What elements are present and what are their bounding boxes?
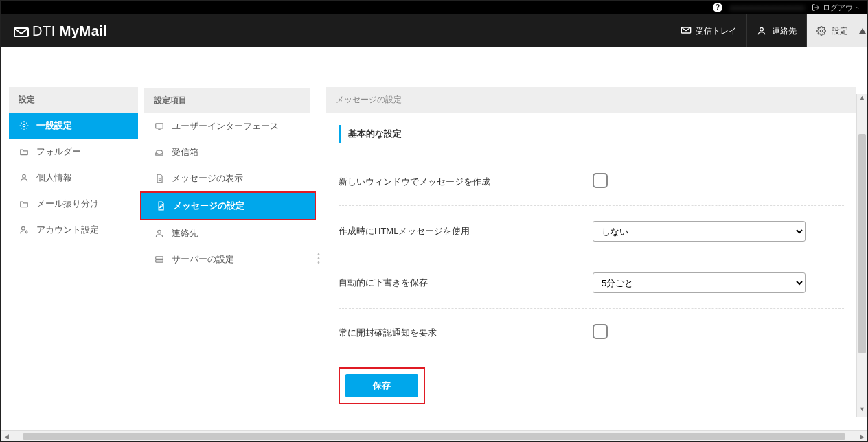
person-gear-icon bbox=[19, 224, 30, 235]
server-icon bbox=[154, 254, 165, 265]
svg-point-14 bbox=[158, 230, 161, 233]
sidebar-item-account[interactable]: アカウント設定 bbox=[9, 217, 138, 243]
help-icon[interactable]: ? bbox=[713, 3, 722, 12]
person-icon bbox=[19, 172, 30, 183]
contacts-icon bbox=[154, 228, 165, 239]
row-label: 自動的に下書きを保存 bbox=[339, 277, 593, 289]
settings-panel: メッセージの設定 基本的な設定 新しいウィンドウでメッセージを作成 作成時にHT… bbox=[326, 87, 856, 430]
horizontal-scrollbar[interactable]: ◀ ▶ bbox=[1, 430, 867, 441]
scroll-right-arrow[interactable]: ▶ bbox=[856, 433, 867, 440]
sidebar-item-filters[interactable]: メール振り分け bbox=[9, 191, 138, 217]
svg-point-7 bbox=[23, 174, 26, 178]
section-item-label: メッセージの表示 bbox=[172, 172, 243, 185]
sidebar-item-label: 個人情報 bbox=[36, 172, 72, 184]
row-label: 作成時にHTMLメッセージを使用 bbox=[339, 225, 593, 237]
inbox-icon bbox=[154, 147, 165, 158]
monitor-icon bbox=[154, 121, 165, 132]
section-title: 基本的な設定 bbox=[339, 125, 844, 143]
logout-label: ログアウト bbox=[823, 3, 860, 13]
utility-bar: ? xxxxxxxxxxxxxxxxxxxx ログアウト bbox=[1, 1, 867, 14]
col1-header: 設定 bbox=[9, 87, 138, 113]
envelope-icon bbox=[13, 25, 28, 36]
user-email-blurred: xxxxxxxxxxxxxxxxxxxx bbox=[729, 3, 805, 12]
scroll-down-arrow[interactable]: ▼ bbox=[857, 406, 867, 417]
svg-point-6 bbox=[23, 124, 25, 127]
row-label: 常に開封確認通知を要求 bbox=[339, 327, 593, 339]
col2-header: 設定項目 bbox=[144, 88, 310, 113]
nav-contacts[interactable]: 連絡先 bbox=[747, 14, 806, 47]
checkbox-read-receipt[interactable] bbox=[593, 324, 608, 339]
settings-groups-column: 設定 一般設定 フォルダー 個人情報 bbox=[9, 87, 138, 430]
app-header: DTI MyMail 受信トレイ 連絡先 設定 bbox=[1, 14, 867, 47]
nav-caret[interactable] bbox=[858, 14, 867, 47]
sidebar-item-label: フォルダー bbox=[36, 146, 81, 158]
main-nav: 受信トレイ 連絡先 設定 bbox=[671, 14, 867, 47]
select-autosave[interactable]: 5分ごと bbox=[593, 272, 806, 293]
svg-point-9 bbox=[25, 231, 27, 233]
svg-rect-10 bbox=[156, 124, 163, 128]
brand-bold: MyMail bbox=[60, 23, 108, 38]
svg-point-8 bbox=[22, 226, 25, 230]
row-label: 新しいウィンドウでメッセージを作成 bbox=[339, 176, 593, 188]
sidebar-item-identity[interactable]: 個人情報 bbox=[9, 165, 138, 191]
svg-point-4 bbox=[820, 30, 823, 32]
settings-sections-column: 設定項目 ユーザーインターフェース 受信箱 メッセージの表示 bbox=[144, 87, 311, 430]
svg-marker-5 bbox=[859, 28, 866, 34]
section-item-inbox[interactable]: 受信箱 bbox=[144, 139, 310, 165]
sidebar-item-label: メール振り分け bbox=[36, 198, 99, 210]
inbox-icon bbox=[681, 26, 692, 36]
logout-link[interactable]: ログアウト bbox=[812, 3, 860, 13]
nav-settings[interactable]: 設定 bbox=[807, 14, 858, 47]
sidebar-item-label: アカウント設定 bbox=[36, 224, 99, 236]
highlight-frame: メッセージの設定 bbox=[140, 191, 316, 220]
nav-inbox[interactable]: 受信トレイ bbox=[671, 14, 746, 47]
svg-rect-16 bbox=[156, 260, 163, 263]
section-item-label: 受信箱 bbox=[172, 146, 198, 159]
scroll-up-arrow[interactable]: ▲ bbox=[857, 94, 867, 105]
nav-settings-label: 設定 bbox=[832, 25, 848, 37]
row-read-receipt: 常に開封確認通知を要求 bbox=[339, 309, 844, 356]
gear-icon bbox=[816, 26, 827, 36]
save-button[interactable]: 保存 bbox=[345, 374, 418, 397]
scroll-thumb[interactable] bbox=[23, 433, 845, 440]
nav-inbox-label: 受信トレイ bbox=[696, 25, 737, 37]
section-item-label: メッセージの設定 bbox=[173, 200, 244, 212]
section-item-label: ユーザーインターフェース bbox=[172, 120, 279, 132]
section-item-label: サーバーの設定 bbox=[172, 253, 234, 266]
scroll-left-arrow[interactable]: ◀ bbox=[1, 433, 12, 440]
column-splitter[interactable]: ••• bbox=[317, 87, 321, 430]
panel-header: メッセージの設定 bbox=[326, 87, 856, 113]
nav-contacts-label: 連絡先 bbox=[772, 25, 797, 37]
checkbox-new-window[interactable] bbox=[593, 173, 608, 188]
brand-thin: DTI bbox=[32, 23, 60, 38]
section-item-contacts[interactable]: 連絡先 bbox=[144, 220, 310, 246]
row-use-html: 作成時にHTMLメッセージを使用 しない bbox=[339, 206, 844, 257]
svg-point-3 bbox=[760, 27, 764, 31]
scroll-thumb[interactable] bbox=[858, 134, 866, 353]
document-edit-icon bbox=[155, 200, 166, 211]
sidebar-item-label: 一般設定 bbox=[36, 119, 72, 132]
section-item-ui[interactable]: ユーザーインターフェース bbox=[144, 113, 310, 139]
folder-icon bbox=[19, 146, 30, 157]
gear-icon bbox=[19, 120, 30, 131]
document-icon bbox=[154, 173, 165, 184]
section-item-display[interactable]: メッセージの表示 bbox=[144, 165, 310, 191]
section-item-compose[interactable]: メッセージの設定 bbox=[141, 193, 315, 219]
contacts-icon bbox=[757, 26, 768, 36]
save-highlight-frame: 保存 bbox=[339, 367, 425, 404]
svg-rect-15 bbox=[156, 257, 163, 259]
section-item-label: 連絡先 bbox=[172, 227, 198, 240]
sidebar-item-folders[interactable]: フォルダー bbox=[9, 139, 138, 165]
row-new-window: 新しいウィンドウでメッセージを作成 bbox=[339, 158, 844, 206]
section-item-server[interactable]: サーバーの設定 bbox=[144, 246, 310, 272]
sidebar-item-general[interactable]: 一般設定 bbox=[9, 113, 138, 139]
row-autosave: 自動的に下書きを保存 5分ごと bbox=[339, 257, 844, 309]
logout-icon bbox=[812, 3, 820, 12]
vertical-scrollbar[interactable]: ▲ ▼ bbox=[856, 94, 867, 417]
select-use-html[interactable]: しない bbox=[593, 221, 806, 242]
folder-icon bbox=[19, 198, 30, 209]
app-logo: DTI MyMail bbox=[13, 23, 107, 39]
